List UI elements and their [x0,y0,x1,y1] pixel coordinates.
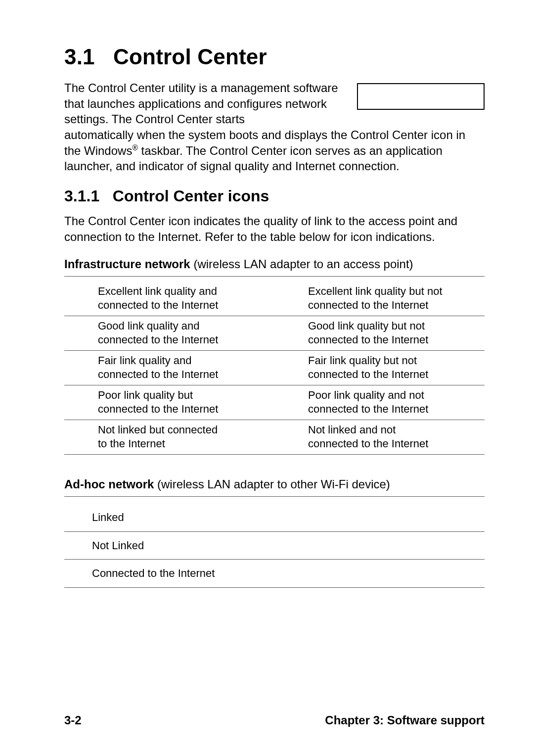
rule [64,496,485,497]
page-footer: 3-2 Chapter 3: Software support [64,713,485,727]
intro-paragraph-part1: The Control Center utility is a manageme… [64,80,340,127]
intro-paragraph-part2: automatically when the system boots and … [64,127,485,174]
infrastructure-network-heading: Infrastructure network (wireless LAN ada… [64,257,485,277]
table-row: Good link quality andconnected to the In… [64,316,485,351]
registered-symbol: ® [132,143,138,152]
table-cell: Fair link quality but notconnected to th… [308,351,485,385]
icon-cell [64,385,98,420]
subsection-title: Control Center icons [113,187,269,205]
icon-cell [274,282,308,316]
icon-cell [274,385,308,420]
table-cell: Poor link quality butconnected to the In… [98,385,274,420]
icon-cell [64,560,92,588]
table-cell: Excellent link quality andconnected to t… [98,282,274,316]
adhoc-icon-table: Linked Not Linked Connected to the Inter… [64,504,485,588]
icon-cell [274,420,308,455]
table-cell: Good link quality andconnected to the In… [98,316,274,351]
taskbar-screenshot-placeholder [357,83,485,110]
adhoc-network-heading: Ad-hoc network (wireless LAN adapter to … [64,477,485,491]
table-cell: Linked [92,504,485,531]
page-number: 3-2 [64,713,82,727]
icon-cell [64,351,98,385]
table-cell: Excellent link quality but notconnected … [308,282,485,316]
section-number: 3.1 [64,45,95,69]
table-cell: Fair link quality andconnected to the In… [98,351,274,385]
section-title: Control Center [113,45,267,69]
icon-cell [64,531,92,560]
icon-cell [274,316,308,351]
subsection-number: 3.1.1 [64,187,99,205]
table-cell: Not linked and notconnected to the Inter… [308,420,485,455]
table-cell: Poor link quality and notconnected to th… [308,385,485,420]
table-row: Not linked but connectedto the Internet … [64,420,485,455]
chapter-label: Chapter 3: Software support [325,713,485,727]
icon-cell [64,504,92,531]
table-cell: Not Linked [92,531,485,560]
subsection-heading: 3.1.1 Control Center icons [64,187,485,205]
table-cell: Not linked but connectedto the Internet [98,420,274,455]
table-row: Excellent link quality andconnected to t… [64,282,485,316]
subsection-paragraph: The Control Center icon indicates the qu… [64,213,485,244]
icon-cell [64,316,98,351]
section-heading: 3.1 Control Center [64,45,485,69]
table-cell: Connected to the Internet [92,560,485,588]
table-row: Not Linked [64,531,485,560]
table-row: Connected to the Internet [64,560,485,588]
table-row: Linked [64,504,485,531]
icon-cell [64,282,98,316]
icon-cell [274,351,308,385]
table-cell: Good link quality but notconnected to th… [308,316,485,351]
table-row: Fair link quality andconnected to the In… [64,351,485,385]
table-row: Poor link quality butconnected to the In… [64,385,485,420]
infrastructure-icon-table: Excellent link quality andconnected to t… [64,282,485,455]
icon-cell [64,420,98,455]
